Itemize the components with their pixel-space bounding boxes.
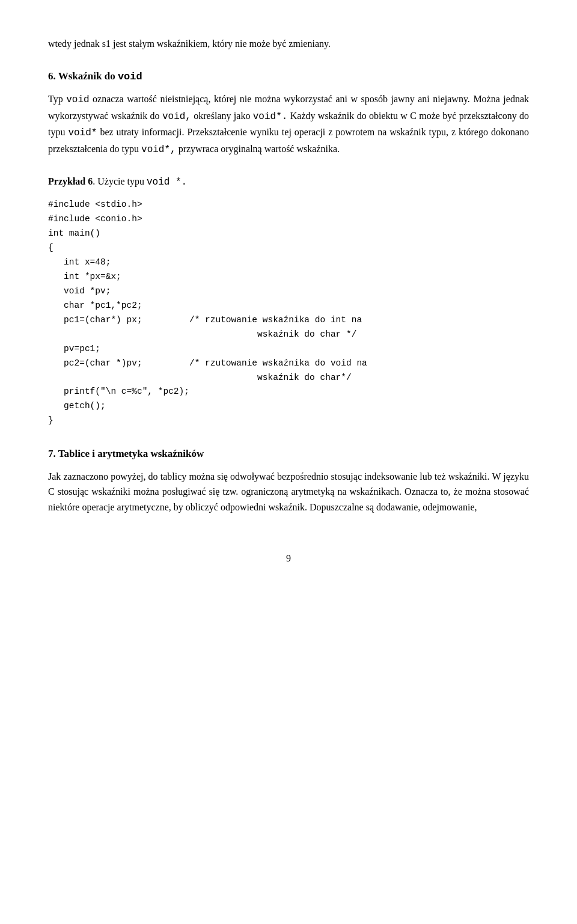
code-line-10: wskaźnik do char */: [48, 328, 529, 342]
code-block-example6: #include <stdio.h>#include <conio.h>int …: [48, 198, 529, 428]
code-line-11: pv=pc1;: [48, 342, 529, 356]
void-keyword: void: [118, 71, 142, 82]
section6-body: Typ void oznacza wartość nieistniejącą, …: [48, 91, 529, 158]
page-content: wtedy jednak s1 jest stałym wskaźnikiem,…: [48, 36, 529, 566]
page-number: 9: [48, 551, 529, 566]
code-line-14: printf("\n c=%c", *pc2);: [48, 385, 529, 399]
section7-heading: 7. Tablice i arytmetyka wskaźników: [48, 446, 529, 462]
code-line-8: char *pc1,*pc2;: [48, 299, 529, 313]
code-line-15: getch();: [48, 399, 529, 414]
code-line-12: pc2=(char *)pv; /* rzutowanie wskaźnika …: [48, 356, 529, 371]
code-line-3: int main(): [48, 227, 529, 241]
code-line-6: int *px=&x;: [48, 270, 529, 284]
code-line-2: #include <conio.h>: [48, 212, 529, 227]
code-line-7: void *pv;: [48, 284, 529, 299]
top-paragraph: wtedy jednak s1 jest stałym wskaźnikiem,…: [48, 36, 529, 52]
example6-label: Przykład 6. Użycie typu void *.: [48, 174, 529, 189]
code-line-16: }: [48, 414, 529, 428]
section6-heading: 6. Wskaźnik do void: [48, 69, 529, 85]
code-line-9: pc1=(char*) px; /* rzutowanie wskaźnika …: [48, 313, 529, 328]
code-line-4: {: [48, 241, 529, 255]
section7-body: Jak zaznaczono powyżej, do tablicy można…: [48, 469, 529, 515]
code-line-1: #include <stdio.h>: [48, 198, 529, 212]
code-line-13: wskaźnik do char*/: [48, 371, 529, 385]
code-line-5: int x=48;: [48, 255, 529, 270]
